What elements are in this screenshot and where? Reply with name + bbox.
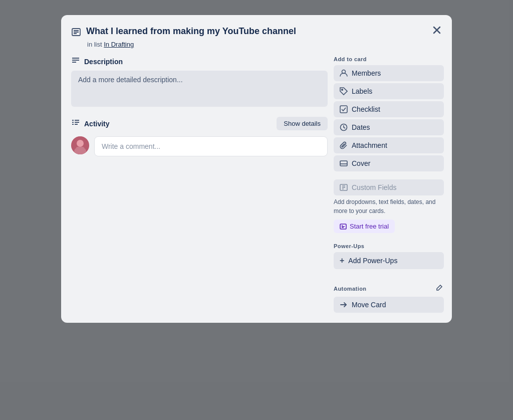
attachment-label: Attachment xyxy=(352,141,387,149)
add-to-card-section: Add to card Members xyxy=(334,56,444,171)
labels-button[interactable]: Labels xyxy=(334,83,444,99)
description-section: Description Add a more detailed descript… xyxy=(71,56,328,107)
description-header: Description xyxy=(71,56,328,67)
automation-label: Automation xyxy=(334,286,367,292)
activity-title-group: Activity xyxy=(71,118,110,129)
custom-fields-section: Custom Fields Add dropdowns, text fields… xyxy=(334,179,444,241)
members-label: Members xyxy=(352,69,381,77)
description-title: Description xyxy=(84,58,123,66)
attachment-button[interactable]: Attachment xyxy=(334,137,444,153)
dates-button[interactable]: Dates xyxy=(334,119,444,135)
move-card-label: Move Card xyxy=(352,301,386,309)
card-modal: What I learned from making my YouTube ch… xyxy=(61,15,452,323)
main-content: Description Add a more detailed descript… xyxy=(71,56,328,313)
show-details-button[interactable]: Show details xyxy=(277,117,328,130)
description-input[interactable]: Add a more detailed description... xyxy=(71,71,328,107)
plus-icon: + xyxy=(340,256,344,265)
cover-label: Cover xyxy=(352,159,370,167)
add-power-ups-label: Add Power-Ups xyxy=(348,257,397,265)
move-card-button[interactable]: Move Card xyxy=(334,297,444,313)
activity-section: Activity Show details xyxy=(71,117,328,156)
activity-title: Activity xyxy=(84,120,110,128)
modal-body: Description Add a more detailed descript… xyxy=(71,56,444,313)
comment-row: Write a comment... xyxy=(71,136,328,156)
svg-point-16 xyxy=(77,140,84,147)
custom-fields-button[interactable]: Custom Fields xyxy=(334,179,444,195)
comment-input[interactable]: Write a comment... xyxy=(94,136,328,156)
checklist-label: Checklist xyxy=(352,105,380,113)
cover-button[interactable]: Cover xyxy=(334,155,444,171)
description-placeholder: Add a more detailed description... xyxy=(78,76,183,84)
svg-rect-20 xyxy=(340,106,347,113)
sidebar: Add to card Members xyxy=(334,56,444,313)
modal-header: What I learned from making my YouTube ch… xyxy=(71,25,444,39)
close-button[interactable] xyxy=(429,22,445,38)
automation-edit-button[interactable] xyxy=(435,283,444,294)
activity-icon xyxy=(71,118,80,129)
user-avatar xyxy=(71,136,89,154)
dates-label: Dates xyxy=(352,123,370,131)
add-power-ups-button[interactable]: + Add Power-Ups xyxy=(334,252,444,269)
card-subtitle: in list In Drafting xyxy=(87,41,444,48)
power-ups-section: Power-Ups + Add Power-Ups xyxy=(334,243,444,269)
description-icon xyxy=(71,56,80,67)
labels-label: Labels xyxy=(352,87,372,95)
automation-section: Automation Move Card xyxy=(334,283,444,313)
comment-placeholder: Write a comment... xyxy=(102,142,160,150)
custom-fields-description: Add dropdowns, text fields, dates, and m… xyxy=(334,197,444,216)
card-type-icon xyxy=(71,27,81,39)
checklist-button[interactable]: Checklist xyxy=(334,101,444,117)
start-trial-label: Start free trial xyxy=(350,223,389,230)
activity-header: Activity Show details xyxy=(71,117,328,130)
card-title: What I learned from making my YouTube ch… xyxy=(86,25,296,38)
add-to-card-label: Add to card xyxy=(334,56,444,62)
svg-rect-22 xyxy=(340,161,347,166)
members-button[interactable]: Members xyxy=(334,65,444,81)
power-ups-label: Power-Ups xyxy=(334,243,444,249)
in-list-label: in list xyxy=(87,41,102,48)
custom-fields-label: Custom Fields xyxy=(352,183,396,191)
modal-overlay: What I learned from making my YouTube ch… xyxy=(0,0,513,420)
list-link[interactable]: In Drafting xyxy=(104,41,134,48)
start-trial-button[interactable]: Start free trial xyxy=(334,220,395,233)
svg-point-19 xyxy=(342,89,343,90)
automation-header: Automation xyxy=(334,283,444,294)
